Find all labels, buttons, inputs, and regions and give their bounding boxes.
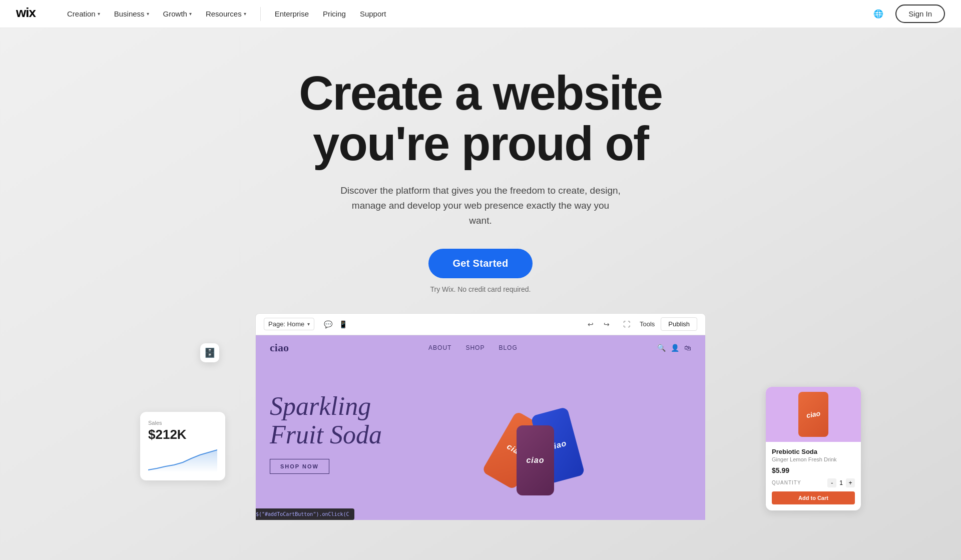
product-image: ciao (766, 387, 861, 442)
sign-in-button[interactable]: Sign In (895, 5, 945, 23)
hero-title-line2: you're proud of (313, 117, 648, 170)
get-started-button[interactable]: Get Started (428, 249, 532, 278)
sales-chart (148, 447, 217, 472)
tools-label: Tools (640, 320, 655, 328)
nav-pricing[interactable]: Pricing (317, 7, 352, 21)
nav-enterprise-label: Enterprise (275, 10, 309, 18)
nav-creation[interactable]: Creation ▾ (61, 7, 106, 21)
nav-pricing-label: Pricing (323, 10, 346, 18)
user-icon: 👤 (671, 344, 679, 352)
product-info: Prebiotic Soda Ginger Lemon Fresh Drink … (766, 442, 861, 510)
website-hero-title: Sparkling Fruit Soda (270, 392, 382, 449)
website-hero-text: Sparkling Fruit Soda SHOP NOW (270, 392, 382, 474)
cart-icon: 🛍 (684, 344, 691, 352)
hero-title: Create a website you're proud of (299, 68, 662, 169)
nav-divider (260, 7, 261, 21)
chevron-down-icon: ▾ (189, 11, 192, 17)
mobile-view-icon[interactable]: 📱 (337, 319, 348, 330)
qty-controls: - 1 + (827, 478, 855, 487)
nav-enterprise[interactable]: Enterprise (269, 7, 315, 21)
page-selector[interactable]: Page: Home ▾ (264, 318, 314, 330)
editor-undo-redo: ↩ ↪ (584, 317, 614, 331)
product-name: Prebiotic Soda (772, 448, 855, 455)
undo-button[interactable]: ↩ (584, 317, 598, 331)
website-cans: ciao ciao ciao (392, 370, 691, 495)
product-can-text: ciao (806, 409, 821, 419)
website-brand: ciao (270, 341, 289, 354)
product-qty-row: QUANTITY - 1 + (772, 478, 855, 487)
hero-subtitle: Discover the platform that gives you the… (340, 183, 621, 229)
chevron-down-icon: ▾ (147, 11, 149, 17)
nav-support[interactable]: Support (354, 7, 392, 21)
redo-button[interactable]: ↪ (600, 317, 614, 331)
add-to-cart-button[interactable]: Add to Cart (772, 491, 855, 504)
language-button[interactable]: 🌐 (869, 5, 887, 23)
nav-growth-label: Growth (163, 10, 187, 18)
chat-icon[interactable]: 💬 (322, 319, 333, 330)
hero-section: Create a website you're proud of Discove… (0, 0, 961, 560)
purple-can: ciao (517, 425, 554, 495)
floating-product-card: ciao Prebiotic Soda Ginger Lemon Fresh D… (766, 387, 861, 510)
nav-resources-label: Resources (206, 10, 242, 18)
qty-value: 1 (839, 479, 843, 486)
floating-db-icon: 🗄️ (200, 343, 219, 362)
can-group: ciao ciao ciao (466, 375, 617, 495)
page-chevron-icon: ▾ (307, 321, 310, 327)
qty-plus-button[interactable]: + (846, 478, 855, 487)
website-nav-blog: BLOG (499, 344, 517, 351)
sales-label: Sales (148, 420, 217, 426)
globe-icon: 🌐 (873, 9, 883, 19)
sales-amount: $212K (148, 427, 217, 442)
nav-business[interactable]: Business ▾ (108, 7, 155, 21)
nav-resources[interactable]: Resources ▾ (200, 7, 252, 21)
website-nav-shop: SHOP (465, 344, 485, 351)
qty-minus-button[interactable]: - (827, 478, 836, 487)
website-nav-items: ABOUT SHOP BLOG (428, 344, 518, 351)
website-internal-nav: ciao ABOUT SHOP BLOG 🔍 👤 🛍 (256, 335, 705, 360)
hero-note: Try Wix. No credit card required. (430, 285, 531, 293)
tools-button[interactable]: Tools (640, 320, 655, 328)
website-nav-about: ABOUT (428, 344, 451, 351)
nav-growth[interactable]: Growth ▾ (157, 7, 198, 21)
product-desc: Ginger Lemon Fresh Drink (772, 456, 855, 462)
can-purple-label: ciao (526, 456, 544, 465)
website-nav-icons: 🔍 👤 🛍 (657, 344, 691, 352)
svg-text:wix: wix (16, 7, 36, 19)
website-hero-area: Sparkling Fruit Soda SHOP NOW ciao ciao (256, 360, 705, 505)
shop-now-button[interactable]: SHOP NOW (270, 459, 329, 474)
page-label: Page: Home (268, 320, 304, 328)
product-price: $5.99 (772, 466, 855, 474)
nav-business-label: Business (114, 10, 145, 18)
nav-items: Creation ▾ Business ▾ Growth ▾ Resources… (61, 7, 869, 21)
fullscreen-button[interactable]: ⛶ (620, 317, 634, 331)
floating-sales-card: Sales $212K (140, 412, 225, 480)
nav-creation-label: Creation (67, 10, 96, 18)
product-can-visual: ciao (798, 392, 828, 437)
chevron-down-icon: ▾ (244, 11, 246, 17)
editor-actions: Tools Publish (640, 317, 697, 331)
nav-right: 🌐 Sign In (869, 5, 945, 23)
wix-logo[interactable]: wix (16, 7, 45, 21)
navbar: wix Creation ▾ Business ▾ Growth ▾ Resou… (0, 0, 961, 28)
search-icon: 🔍 (657, 344, 666, 352)
hero-content: Create a website you're proud of Discove… (299, 28, 662, 313)
publish-button[interactable]: Publish (661, 317, 697, 331)
editor-view-icons: 💬 📱 (322, 319, 348, 330)
website-preview: 🔒 https://www.ciaodrinks.com ciao ABOUT … (255, 335, 706, 520)
chevron-down-icon: ▾ (98, 11, 100, 17)
hero-title-line1: Create a website (299, 66, 662, 120)
nav-support-label: Support (360, 10, 386, 18)
website-mockup: 🗄️ Sales $212K (255, 313, 706, 520)
floating-code-snippet: $("#addToCartButton").onClick(C (255, 508, 354, 520)
qty-label: QUANTITY (772, 480, 801, 485)
editor-bar: Page: Home ▾ 💬 📱 ↩ ↪ ⛶ Tools Publish (255, 313, 706, 335)
